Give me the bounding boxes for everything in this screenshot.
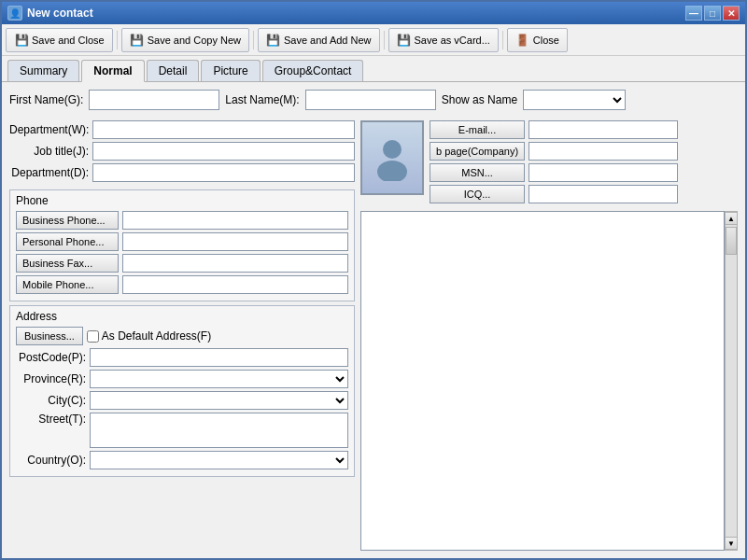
close-toolbar-icon: 🚪 <box>515 33 530 48</box>
last-name-label: Last Name(M): <box>225 93 299 106</box>
tab-detail[interactable]: Detail <box>147 60 200 81</box>
svg-point-1 <box>377 161 407 181</box>
main-window: 👤 New contact — □ ✕ 💾 Save and Close 💾 S… <box>0 0 747 560</box>
tab-normal[interactable]: Normal <box>81 60 144 82</box>
postcode-label: PostCode(P): <box>16 351 86 364</box>
tab-group-contact[interactable]: Group&Contact <box>262 60 364 81</box>
contact-photo[interactable] <box>360 120 424 195</box>
save-copy-new-button[interactable]: 💾 Save and Copy New <box>121 28 249 52</box>
window-close-button[interactable]: ✕ <box>723 6 740 21</box>
business-phone-input[interactable] <box>122 211 348 230</box>
email-button[interactable]: E-mail... <box>430 120 525 139</box>
show-as-select[interactable] <box>523 90 626 110</box>
city-row: City(C): <box>16 391 348 410</box>
icq-button[interactable]: ICQ... <box>430 185 525 203</box>
default-address-checkbox[interactable] <box>87 330 99 343</box>
main-area: Department(W): Job title(J): Department(… <box>9 120 738 551</box>
notes-textarea[interactable] <box>360 211 725 551</box>
msn-button[interactable]: MSN... <box>430 163 525 182</box>
country-select[interactable] <box>90 451 348 469</box>
title-buttons: — □ ✕ <box>685 6 740 21</box>
dept-d-row: Department(D): <box>9 163 355 182</box>
phone-legend: Phone <box>16 194 348 207</box>
close-label: Close <box>533 35 559 46</box>
email-input[interactable] <box>529 120 678 139</box>
business-phone-row: Business Phone... <box>16 211 348 230</box>
job-title-row: Job title(J): <box>9 142 355 161</box>
tab-summary[interactable]: Summary <box>7 60 79 81</box>
dept-d-input[interactable] <box>92 163 355 182</box>
maximize-button[interactable]: □ <box>704 6 721 21</box>
street-textarea[interactable] <box>90 413 348 448</box>
toolbar-sep-4 <box>502 31 503 49</box>
save-add-icon: 💾 <box>266 33 281 48</box>
show-as-label: Show as Name <box>442 93 517 106</box>
contact-inputs-col <box>529 120 678 203</box>
address-type-button[interactable]: Business... <box>16 327 83 345</box>
job-title-label: Job title(J): <box>9 145 89 158</box>
city-select[interactable] <box>90 391 348 410</box>
scroll-thumb[interactable] <box>726 227 737 255</box>
save-vcard-icon: 💾 <box>397 33 412 48</box>
left-panel: Department(W): Job title(J): Department(… <box>9 120 355 551</box>
save-vcard-button[interactable]: 💾 Save as vCard... <box>388 28 499 52</box>
business-phone-button[interactable]: Business Phone... <box>16 211 119 230</box>
address-section: Address Business... As Default Address(F… <box>9 305 355 477</box>
personal-phone-row: Personal Phone... <box>16 232 348 251</box>
toolbar-sep-2 <box>253 31 254 49</box>
window-icon: 👤 <box>7 6 22 21</box>
tab-picture[interactable]: Picture <box>201 60 260 81</box>
notes-section: ▲ ▼ <box>360 211 738 551</box>
save-vcard-label: Save as vCard... <box>415 35 490 46</box>
personal-phone-input[interactable] <box>122 232 348 251</box>
country-label: Country(O): <box>16 454 86 467</box>
business-fax-row: Business Fax... <box>16 254 348 273</box>
icq-input[interactable] <box>529 185 678 203</box>
save-copy-icon: 💾 <box>130 33 145 48</box>
dept-w-label: Department(W): <box>9 123 89 136</box>
country-row: Country(O): <box>16 451 348 469</box>
scroll-up-arrow[interactable]: ▲ <box>725 212 738 225</box>
window-title: New contact <box>27 7 93 20</box>
save-close-button[interactable]: 💾 Save and Close <box>6 28 113 52</box>
first-name-label: First Name(G): <box>9 93 83 106</box>
contact-info-section: E-mail... b page(Company) MSN... ICQ... <box>360 120 738 203</box>
right-panel: E-mail... b page(Company) MSN... ICQ... <box>360 120 738 551</box>
minimize-button[interactable]: — <box>685 6 702 21</box>
business-fax-input[interactable] <box>122 254 348 273</box>
dept-w-row: Department(W): <box>9 120 355 139</box>
msn-input[interactable] <box>529 163 678 182</box>
scroll-down-arrow[interactable]: ▼ <box>725 537 738 550</box>
save-add-new-button[interactable]: 💾 Save and Add New <box>258 28 380 52</box>
province-row: Province(R): <box>16 370 348 388</box>
address-legend: Address <box>16 310 348 323</box>
toolbar-sep-1 <box>117 31 118 49</box>
save-close-label: Save and Close <box>32 35 105 46</box>
business-fax-button[interactable]: Business Fax... <box>16 254 119 273</box>
mobile-phone-button[interactable]: Mobile Phone... <box>16 275 119 294</box>
personal-phone-button[interactable]: Personal Phone... <box>16 232 119 251</box>
postcode-input[interactable] <box>90 348 348 367</box>
dept-w-input[interactable] <box>92 120 355 139</box>
last-name-input[interactable] <box>305 90 436 110</box>
street-label: Street(T): <box>16 413 86 426</box>
webpage-input[interactable] <box>529 142 678 161</box>
contact-buttons-col: E-mail... b page(Company) MSN... ICQ... <box>430 120 525 203</box>
toolbar-sep-3 <box>384 31 385 49</box>
close-button[interactable]: 🚪 Close <box>507 28 568 52</box>
province-label: Province(R): <box>16 372 86 385</box>
title-bar: 👤 New contact — □ ✕ <box>2 2 745 24</box>
dept-d-label: Department(D): <box>9 166 89 179</box>
default-address-label: As Default Address(F) <box>87 329 211 343</box>
province-select[interactable] <box>90 370 348 388</box>
mobile-phone-input[interactable] <box>122 275 348 294</box>
contact-info-right: E-mail... b page(Company) MSN... ICQ... <box>430 120 678 203</box>
content-area: First Name(G): Last Name(M): Show as Nam… <box>2 82 745 558</box>
city-label: City(C): <box>16 394 86 407</box>
job-title-input[interactable] <box>92 142 355 161</box>
first-name-input[interactable] <box>89 90 219 110</box>
notes-scrollbar[interactable]: ▲ ▼ <box>725 211 738 551</box>
postcode-row: PostCode(P): <box>16 348 348 367</box>
webpage-button[interactable]: b page(Company) <box>430 142 525 161</box>
mobile-phone-row: Mobile Phone... <box>16 275 348 294</box>
